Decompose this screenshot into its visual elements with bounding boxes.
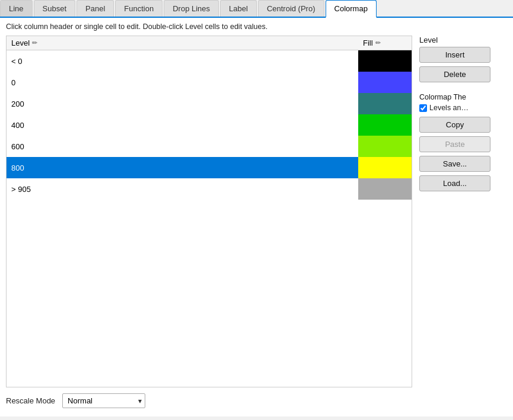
levels-and-checkbox[interactable]	[419, 104, 427, 112]
paste-button[interactable]: Paste	[419, 136, 490, 152]
tab-function[interactable]: Function	[115, 0, 162, 17]
rescale-select-wrapper: NormalLinearLogDiverging	[62, 393, 145, 408]
color-swatch	[358, 136, 412, 157]
tab-droplines[interactable]: Drop Lines	[164, 0, 219, 17]
colormap-table: Level ✏ Fill ✏ < 00200400600800	[7, 36, 412, 200]
level-section-title: Level	[419, 36, 507, 44]
color-swatch	[358, 157, 412, 178]
copy-button[interactable]: Copy	[419, 117, 490, 133]
rescale-label: Rescale Mode	[6, 396, 55, 405]
rescale-row: Rescale Mode NormalLinearLogDiverging	[6, 389, 507, 412]
color-swatch	[358, 178, 412, 200]
table-row[interactable]: < 0	[7, 50, 412, 72]
table-row[interactable]: 200	[7, 93, 412, 114]
tab-colormap[interactable]: Colormap	[326, 0, 377, 18]
level-cell[interactable]: 400	[7, 114, 358, 136]
tab-bar: Line Subset Panel Function Drop Lines La…	[0, 0, 513, 18]
table-row[interactable]: 400	[7, 114, 412, 136]
level-cell[interactable]: 800	[7, 157, 358, 178]
fill-column-header[interactable]: Fill ✏	[358, 36, 412, 50]
color-swatch	[358, 93, 412, 114]
fill-cell[interactable]	[358, 136, 412, 157]
level-cell[interactable]: 600	[7, 136, 358, 157]
table-container: Level ✏ Fill ✏ < 00200400600800	[6, 36, 412, 387]
level-header-label: Level	[11, 39, 30, 47]
tab-label[interactable]: Label	[220, 0, 257, 17]
color-swatch	[358, 72, 412, 93]
delete-button[interactable]: Delete	[419, 66, 490, 82]
color-swatch	[358, 114, 412, 136]
tab-line[interactable]: Line	[0, 0, 33, 17]
fill-cell[interactable]	[358, 178, 412, 200]
right-panel: Level Insert Delete Colormap The Levels …	[412, 36, 507, 387]
fill-cell[interactable]	[358, 50, 412, 72]
fill-cell[interactable]	[358, 72, 412, 93]
load-button[interactable]: Load...	[419, 175, 490, 191]
color-swatch	[358, 50, 412, 72]
level-cell[interactable]: < 0	[7, 50, 358, 72]
level-column-header[interactable]: Level ✏	[7, 36, 358, 50]
instruction-text: Click column header or single cell to ed…	[6, 23, 507, 31]
main-content: Click column header or single cell to ed…	[0, 18, 513, 416]
table-row[interactable]: 800	[7, 157, 412, 178]
fill-header-label: Fill	[363, 39, 373, 47]
levels-and-label: Levels an…	[429, 104, 469, 112]
insert-button[interactable]: Insert	[419, 47, 490, 63]
lower-area: Level ✏ Fill ✏ < 00200400600800	[6, 36, 507, 387]
tab-subset[interactable]: Subset	[34, 0, 75, 17]
tab-centroid[interactable]: Centroid (Pro)	[258, 0, 324, 17]
level-cell[interactable]: > 905	[7, 178, 358, 200]
level-cell[interactable]: 0	[7, 72, 358, 93]
level-edit-icon[interactable]: ✏	[32, 39, 37, 47]
colormap-theme-title: Colormap The	[419, 93, 507, 101]
rescale-select[interactable]: NormalLinearLogDiverging	[62, 393, 145, 408]
table-row[interactable]: 0	[7, 72, 412, 93]
level-cell[interactable]: 200	[7, 93, 358, 114]
fill-cell[interactable]	[358, 93, 412, 114]
fill-edit-icon[interactable]: ✏	[375, 39, 381, 47]
save-button[interactable]: Save...	[419, 156, 490, 172]
fill-cell[interactable]	[358, 114, 412, 136]
fill-cell[interactable]	[358, 157, 412, 178]
tab-panel[interactable]: Panel	[77, 0, 114, 17]
table-row[interactable]: > 905	[7, 178, 412, 200]
table-row[interactable]: 600	[7, 136, 412, 157]
levels-and-row: Levels an…	[419, 104, 507, 112]
